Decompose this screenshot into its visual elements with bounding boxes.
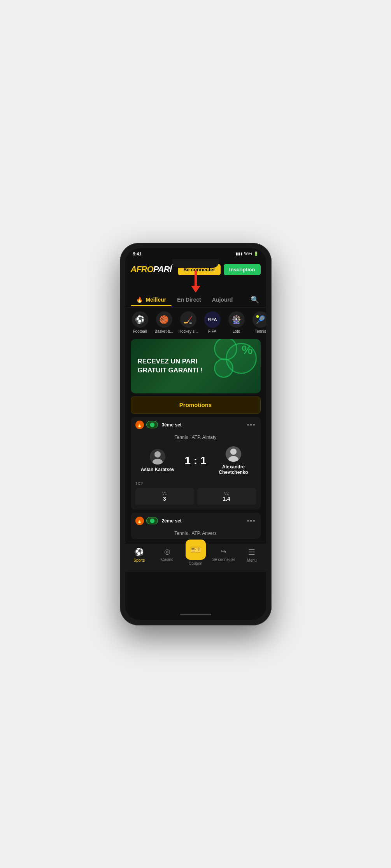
banner-decoration: % — [195, 339, 261, 393]
team1: Aslan Karatsev — [137, 449, 179, 472]
fifa-label: FIFA — [208, 329, 216, 334]
menu-nav-label: Menu — [247, 558, 257, 562]
svg-point-3 — [228, 456, 238, 462]
logo-afro: AFRO — [131, 264, 153, 274]
basketball-label: Basket-b... — [155, 329, 174, 334]
casino-nav-label: Casino — [161, 557, 174, 562]
register-button[interactable]: Inscription — [224, 264, 260, 275]
bet-btn-v2[interactable]: V2 1.4 — [197, 488, 256, 505]
match-badge-1: 🔥 ⬤ 3ème set — [135, 421, 182, 429]
coupon-btn[interactable]: 🎫 — [186, 540, 206, 560]
match-card-1-header: 🔥 ⬤ 3ème set ••• — [131, 417, 261, 433]
hockey-icon: 🏒 — [180, 311, 196, 328]
sport-item-hockey[interactable]: 🏒 Hockey s... — [179, 311, 198, 334]
banner-line1: RECEVEZ UN PARI — [138, 358, 198, 365]
bottom-nav-coupon[interactable]: 🎫 Coupon — [181, 547, 209, 566]
menu-nav-icon: ☰ — [248, 547, 255, 557]
more-options-2[interactable]: ••• — [247, 517, 256, 524]
match-card-2: 🔥 ⬤ 2ème set ••• Tennis . ATP. Anvers — [131, 513, 261, 539]
banner-text: RECEVEZ UN PARI GRATUIT GARANTI ! — [138, 357, 203, 374]
match-league-2: Tennis . ATP. Anvers — [131, 529, 261, 539]
bet-v2-value: 1.4 — [201, 496, 252, 502]
casino-nav-icon: ◎ — [164, 547, 170, 556]
svg-point-0 — [154, 451, 161, 458]
promo-banner[interactable]: RECEVEZ UN PARI GRATUIT GARANTI ! % — [131, 339, 261, 393]
sport-item-loto[interactable]: 🎡 Loto — [227, 311, 246, 334]
bottom-nav-login[interactable]: ↪ Se connecter — [210, 547, 238, 566]
banner-line2: GRATUIT GARANTI ! — [138, 367, 203, 374]
bet-buttons-1: V1 3 V2 1.4 — [135, 488, 256, 505]
fire-badge-1: 🔥 — [135, 421, 144, 429]
fire-icon: 🔥 — [136, 297, 143, 303]
bet-label-1: 1X2 — [135, 481, 256, 486]
live-badge-1: ⬤ — [146, 421, 158, 428]
football-icon: ⚽ — [132, 311, 148, 328]
home-bar — [180, 614, 211, 615]
bet-v1-type: V1 — [139, 491, 190, 496]
sport-item-football[interactable]: ⚽ Football — [131, 311, 149, 334]
team2-avatar — [226, 446, 241, 462]
more-options-1[interactable]: ••• — [247, 421, 256, 428]
promotions-button[interactable]: Promotions — [131, 396, 261, 414]
match-score-1: 1 : 1 — [178, 454, 212, 467]
login-nav-label: Se connecter — [212, 557, 235, 562]
status-time: 9:41 — [133, 251, 142, 256]
phone-frame: 9:41 ▮▮▮ WiFi 🔋 AFROPARÍ Se connecter In… — [120, 243, 272, 625]
login-nav-icon: ↪ — [221, 547, 226, 556]
svg-point-1 — [153, 459, 163, 465]
bottom-nav-sports[interactable]: ⚽ Sports — [125, 547, 153, 566]
live-badge-2: ⬤ — [146, 517, 158, 524]
svg-point-2 — [230, 449, 237, 455]
signal-icon: ▮▮▮ — [236, 251, 243, 256]
home-indicator — [125, 609, 266, 620]
fifa-icon: FIFA — [204, 311, 221, 328]
tennis-icon: 🎾 — [252, 311, 266, 328]
coupon-nav-label: Coupon — [189, 561, 202, 566]
wifi-icon: WiFi — [244, 251, 252, 256]
tab-meilleur[interactable]: 🔥 Meilleur — [131, 293, 172, 306]
bet-options-1: 1X2 V1 3 V2 1.4 — [131, 478, 261, 510]
set-label-1: 3ème set — [162, 422, 182, 428]
nav-tabs: 🔥 Meilleur En Direct Aujourd 🔍 — [125, 292, 266, 307]
status-bar: 9:41 ▮▮▮ WiFi 🔋 — [125, 248, 266, 259]
search-icon[interactable]: 🔍 — [249, 292, 261, 307]
circle-deco-3 — [214, 339, 237, 360]
fire-badge-2: 🔥 — [135, 517, 144, 525]
phone-screen: 9:41 ▮▮▮ WiFi 🔋 AFROPARÍ Se connecter In… — [125, 248, 266, 620]
sport-item-tennis[interactable]: 🎾 Tennis — [251, 311, 266, 334]
status-icons: ▮▮▮ WiFi 🔋 — [236, 251, 258, 256]
tab-meilleur-label: Meilleur — [146, 297, 166, 303]
football-label: Football — [133, 329, 147, 334]
hockey-label: Hockey s... — [179, 329, 198, 334]
match-league-1: Tennis . ATP. Almaty — [131, 433, 261, 443]
tab-aujourd[interactable]: Aujourd — [207, 293, 238, 306]
bottom-nav: ⚽ Sports ◎ Casino 🎫 Coupon ↪ Se connecte… — [125, 544, 266, 572]
team1-avatar-svg — [150, 449, 165, 465]
match-card-2-header: 🔥 ⬤ 2ème set ••• — [131, 513, 261, 529]
promotions-label: Promotions — [179, 402, 212, 408]
tab-en-direct[interactable]: En Direct — [172, 293, 206, 306]
bottom-nav-casino[interactable]: ◎ Casino — [153, 547, 181, 566]
team2-name: Alexandre Chevtchenko — [213, 464, 254, 475]
bet-v1-value: 3 — [139, 496, 190, 502]
battery-icon: 🔋 — [254, 251, 258, 256]
app-content: AFROPARÍ Se connecter Inscription 🔥 Meil… — [125, 259, 266, 609]
logo: AFROPARÍ — [131, 264, 172, 274]
sport-item-fifa[interactable]: FIFA FIFA — [203, 311, 222, 334]
percent-badge: % — [242, 343, 252, 357]
sport-item-basketball[interactable]: 🏀 Basket-b... — [155, 311, 174, 334]
tab-aujourd-label: Aujourd — [212, 297, 233, 303]
arrow-annotation — [191, 270, 200, 293]
bottom-nav-menu[interactable]: ☰ Menu — [238, 547, 266, 566]
circle-deco-2 — [214, 358, 233, 378]
bet-btn-v1[interactable]: V1 3 — [135, 488, 194, 505]
tab-en-direct-label: En Direct — [177, 297, 201, 303]
team1-avatar — [150, 449, 165, 465]
team2: Alexandre Chevtchenko — [213, 446, 254, 475]
match-teams-1: Aslan Karatsev 1 : 1 Alexandre Chevtchen… — [131, 443, 261, 478]
sport-categories: ⚽ Football 🏀 Basket-b... 🏒 Hockey s... F… — [125, 307, 266, 337]
arrow-head — [191, 286, 200, 293]
basketball-icon: 🏀 — [156, 311, 172, 328]
set-label-2: 2ème set — [162, 518, 182, 524]
team2-avatar-svg — [226, 446, 241, 462]
